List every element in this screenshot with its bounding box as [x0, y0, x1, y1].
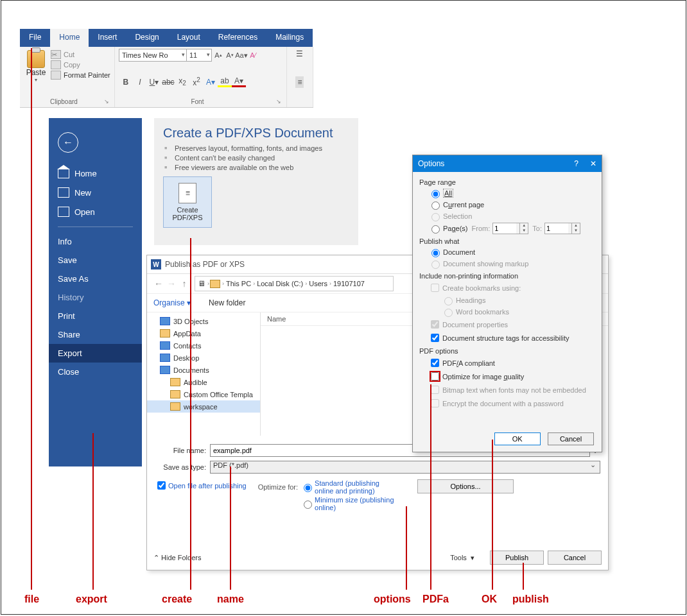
backstage-close[interactable]: Close	[49, 363, 142, 381]
pagerange-all-radio[interactable]	[431, 190, 440, 198]
tab-home[interactable]: Home	[50, 29, 89, 47]
group-nonprint-label: Include non-printing information	[419, 272, 595, 280]
subscript-button[interactable]: x2	[175, 76, 189, 87]
tab-insert[interactable]: Insert	[89, 29, 126, 47]
italic-button[interactable]: I	[133, 78, 147, 87]
tree-item: Custom Office Templa	[147, 388, 260, 400]
format-painter-button[interactable]: Format Painter	[51, 71, 110, 80]
pagerange-current-radio[interactable]	[431, 201, 440, 210]
annot-label-pdfa: PDFa	[422, 594, 449, 605]
savetype-label: Save as type:	[155, 463, 206, 471]
pagerange-selection-radio	[431, 213, 440, 221]
pagerange-pages-radio[interactable]	[431, 225, 440, 234]
organise-menu[interactable]: Organise ▾	[153, 298, 191, 307]
superscript-button[interactable]: x2	[189, 76, 204, 87]
backstage-share[interactable]: Share	[49, 325, 142, 344]
copy-button[interactable]: Copy	[51, 60, 110, 69]
backstage-export[interactable]: Export	[49, 344, 142, 363]
backstage-print[interactable]: Print	[49, 307, 142, 325]
breadcrumb[interactable]: 🖥› › This PC› Local Disk (C:)› Users› 19…	[195, 276, 394, 291]
nav-fwd-button[interactable]: →	[165, 278, 178, 289]
font-name-combo[interactable]: Times New Ro	[119, 49, 187, 62]
structure-tags-checkbox[interactable]	[431, 334, 439, 342]
publish-button[interactable]: Publish	[490, 551, 544, 565]
backstage-new[interactable]: New	[49, 183, 142, 202]
cancel-button[interactable]: Cancel	[548, 551, 602, 565]
tree-item: AppData	[147, 327, 260, 339]
strike-button[interactable]: abc	[161, 78, 175, 87]
tab-layout[interactable]: Layout	[168, 29, 209, 47]
bookmarks-headings-radio	[444, 297, 453, 305]
tab-references[interactable]: References	[209, 29, 266, 47]
cut-button[interactable]: ✂Cut	[51, 50, 110, 59]
font-color-button[interactable]: A▾	[232, 76, 246, 87]
options-title-text: Options	[418, 159, 444, 168]
annot-line-pdfa	[430, 384, 431, 590]
backstage-info[interactable]: Info	[49, 232, 142, 251]
highlight-button[interactable]: ab	[218, 76, 232, 87]
group-clipboard-label: Clipboard	[50, 98, 78, 105]
clear-format-button[interactable]: A⁄	[248, 49, 258, 61]
word-icon: W	[151, 259, 161, 270]
annot-line-file	[31, 48, 32, 590]
document-icon: ☰	[178, 183, 196, 203]
pdfa-checkbox[interactable]	[431, 359, 439, 367]
close-icon[interactable]: ✕	[590, 159, 596, 168]
optimize-min-radio[interactable]	[304, 501, 312, 509]
backstage-save[interactable]: Save	[49, 251, 142, 270]
new-folder-button[interactable]: New folder	[209, 298, 245, 307]
annot-label-name: name	[217, 594, 244, 605]
annot-line-publish	[523, 563, 524, 590]
group-pdfoptions-label: PDF options	[419, 347, 595, 355]
bullets-button[interactable]: ☰	[296, 49, 303, 58]
shrink-font-button[interactable]: A▾	[225, 49, 235, 61]
annot-line-ok	[492, 440, 493, 590]
backstage-saveas[interactable]: Save As	[49, 270, 142, 288]
paste-button[interactable]: Paste ▾	[24, 49, 48, 83]
tab-design[interactable]: Design	[126, 29, 168, 47]
encrypt-checkbox	[431, 399, 439, 407]
nav-up-button[interactable]: ↑	[178, 278, 191, 289]
tab-mailings[interactable]: Mailings	[266, 29, 313, 47]
backstage-open[interactable]: Open	[49, 202, 142, 221]
options-dialog: Options ?✕ Page range All Current page S…	[412, 155, 602, 452]
tools-menu[interactable]: Tools ▾	[450, 554, 474, 562]
options-button[interactable]: Options...	[417, 479, 514, 493]
pages-from-spinner[interactable]: ▲▼	[492, 223, 528, 234]
backstage-home[interactable]: Home	[49, 164, 142, 183]
image-quality-checkbox[interactable]	[431, 372, 439, 381]
options-titlebar: Options ?✕	[413, 155, 602, 172]
publish-document-radio[interactable]	[431, 249, 440, 257]
create-pdf-panel: Create a PDF/XPS Document Preserves layo…	[154, 118, 358, 245]
nav-back-button[interactable]: ←	[152, 278, 165, 289]
page-icon	[58, 187, 69, 198]
scissors-icon: ✂	[51, 50, 61, 59]
paste-label: Paste	[26, 68, 46, 77]
clipboard-launcher-icon[interactable]: ↘	[104, 98, 109, 105]
change-case-button[interactable]: Aa▾	[236, 49, 247, 61]
folder-tree[interactable]: 3D Objects AppData Contacts Desktop Docu…	[147, 312, 261, 436]
help-button[interactable]: ?	[574, 159, 578, 168]
hide-folders-toggle[interactable]: ⌃ Hide Folders	[153, 554, 201, 562]
tab-file[interactable]: File	[20, 29, 50, 47]
pages-to-spinner[interactable]: ▲▼	[544, 223, 580, 234]
open-after-checkbox[interactable]: Open file after publishing	[155, 479, 247, 492]
ribbon-body: Paste ▾ ✂Cut Copy Format Painter Clipboa…	[20, 47, 313, 108]
group-publishwhat-label: Publish what	[419, 237, 595, 245]
bookmarks-word-radio	[444, 309, 453, 317]
align-button[interactable]: ≡	[295, 76, 304, 88]
create-pdfxps-button[interactable]: ☰ Create PDF/XPS	[163, 176, 212, 228]
annot-label-options: options	[374, 594, 411, 605]
font-launcher-icon[interactable]: ↘	[276, 98, 281, 105]
bold-button[interactable]: B	[119, 78, 133, 87]
savetype-combo[interactable]: PDF (*.pdf)	[210, 461, 600, 474]
back-arrow-button[interactable]: ←	[58, 132, 78, 153]
font-size-combo[interactable]: 11	[186, 49, 212, 62]
underline-button[interactable]: U▾	[147, 78, 161, 87]
text-effects-button[interactable]: A▾	[204, 78, 218, 87]
options-cancel-button[interactable]: Cancel	[548, 432, 594, 445]
optimize-standard-radio[interactable]	[304, 484, 312, 492]
grow-font-button[interactable]: A▴	[213, 49, 223, 61]
options-ok-button[interactable]: OK	[494, 432, 541, 445]
annot-line-create	[190, 238, 191, 590]
